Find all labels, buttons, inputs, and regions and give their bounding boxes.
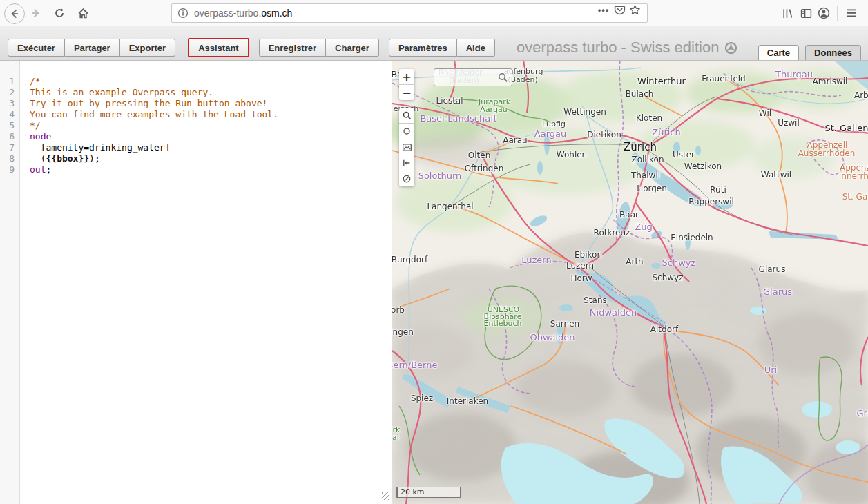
line-number: 4	[0, 109, 19, 120]
page-info-icon[interactable]	[177, 8, 189, 19]
map-label: Wetzikon	[684, 162, 722, 171]
map-scale-bar: 20 km	[396, 487, 461, 498]
code-line[interactable]: node	[30, 131, 392, 142]
map-label: Kloten	[636, 113, 662, 123]
map-label: Thurgau	[775, 69, 813, 79]
map-label: Zug	[635, 222, 652, 232]
map-label: Thalwil	[631, 171, 660, 180]
editor-gutter: 123456789	[0, 61, 20, 504]
code-line[interactable]: This is an example Overpass query.	[30, 87, 392, 98]
map-label: Olten	[468, 151, 490, 160]
locate-circle-icon	[402, 126, 412, 136]
line-number: 3	[0, 98, 19, 109]
back-button[interactable]	[4, 3, 25, 24]
code-line[interactable]: Try it out by pressing the Run button ab…	[30, 98, 392, 109]
code-line[interactable]: out;	[30, 164, 392, 175]
line-number: 9	[0, 164, 19, 175]
map-label: Glarus	[763, 287, 792, 297]
home-button[interactable]	[73, 3, 93, 23]
map-label: Altdorf	[650, 324, 678, 334]
map-label: Luzern	[521, 255, 551, 265]
run-button[interactable]: Exécuter	[8, 39, 65, 57]
map-label: Horgen	[637, 184, 667, 193]
zoom-out-button[interactable]: −	[399, 85, 414, 100]
map-label: Winterthur	[637, 76, 686, 86]
map-search-input[interactable]	[434, 68, 512, 86]
library-icon[interactable]	[780, 6, 795, 21]
map-label: Aargau	[534, 128, 566, 139]
image-export-button[interactable]	[399, 139, 414, 155]
map-label: Innerrho	[839, 171, 868, 181]
map-label: Oftringen	[465, 164, 504, 173]
line-number: 6	[0, 131, 19, 142]
map-tools	[399, 108, 414, 186]
map-label: Dietikon	[587, 130, 621, 139]
map-label: Luzern	[566, 261, 594, 271]
map-canvas[interactable]: BaseinachLiestalBasel-LandschaftJurapark…	[392, 61, 868, 504]
helm-icon	[724, 41, 737, 55]
map-label: Aargau	[480, 105, 507, 114]
save-button[interactable]: Enregistrer	[259, 39, 326, 57]
map-label: Lupfig	[542, 119, 566, 128]
map-label: orb	[392, 305, 405, 315]
editor-lines[interactable]: /*This is an example Overpass query.Try …	[21, 61, 392, 175]
menu-hamburger-icon[interactable]	[844, 6, 859, 21]
code-line[interactable]: /*	[30, 76, 392, 87]
forward-button[interactable]	[26, 3, 46, 23]
account-icon[interactable]	[816, 6, 831, 21]
map-label: Arth	[626, 257, 643, 266]
map-label: Wattwil	[761, 170, 791, 180]
map-label: al	[392, 433, 399, 442]
home-icon	[77, 8, 89, 19]
disable-button[interactable]	[399, 171, 414, 186]
map-label: Uri	[764, 365, 777, 375]
map-label: Bülach	[626, 89, 654, 99]
map-label: Bern/Berne	[392, 360, 437, 370]
map-label: Spiez	[411, 394, 433, 403]
sidebars-icon[interactable]	[798, 6, 813, 21]
map-label: Schwyz	[652, 273, 683, 282]
back-arrow-icon	[9, 8, 20, 19]
wizard-button[interactable]: Assistant	[188, 38, 249, 57]
map-label: Rüti	[710, 185, 726, 195]
pocket-icon[interactable]	[613, 4, 626, 15]
url-bar[interactable]: overpass-turbo.osm.ch	[171, 3, 648, 23]
code-line[interactable]: [amenity=drinking_water]	[30, 142, 392, 153]
code-line[interactable]: */	[30, 120, 392, 131]
slashed-circle-icon	[402, 174, 412, 184]
map-label: Schwyz	[662, 258, 696, 268]
reload-button[interactable]	[50, 3, 69, 23]
search-tool-button[interactable]	[399, 108, 414, 124]
search-icon[interactable]	[497, 72, 509, 84]
tab-map[interactable]: Carte	[758, 45, 799, 60]
toolbar-separator	[837, 6, 838, 21]
map-label: Burgdorf	[392, 255, 427, 264]
map-label: Rapperswil	[688, 197, 734, 206]
query-editor[interactable]: 123456789 /*This is an example Overpass …	[0, 61, 392, 504]
map-label: Interlaken	[447, 396, 488, 406]
forward-arrow-icon	[30, 8, 41, 19]
locate-button[interactable]	[399, 124, 414, 139]
tab-data[interactable]: Données	[805, 45, 861, 60]
zoom-in-button[interactable]: +	[399, 69, 414, 85]
collapse-panel-button[interactable]	[399, 155, 414, 171]
export-button[interactable]: Exporter	[120, 39, 175, 57]
map-label: Liestal	[436, 96, 463, 106]
bookmark-star-icon[interactable]	[628, 4, 641, 15]
load-button[interactable]: Charger	[326, 39, 379, 57]
code-line[interactable]: You can find more examples with the Load…	[30, 109, 392, 120]
map-label: Rotkreuz	[594, 228, 630, 238]
share-button[interactable]: Partager	[65, 39, 120, 57]
map-label: Nidwalden	[590, 307, 637, 318]
map-label: Horw	[570, 273, 592, 283]
page-actions-icon[interactable]: •••	[597, 4, 610, 15]
map-label: Solothurn	[418, 171, 462, 181]
editor-resize-grip[interactable]	[382, 492, 389, 500]
map-label: Aarau	[503, 135, 527, 145]
code-line[interactable]: ({{bbox}});	[30, 153, 392, 164]
map-label: Glarus	[759, 264, 786, 274]
help-button[interactable]: Aide	[457, 39, 495, 57]
settings-button[interactable]: Paramètres	[389, 39, 457, 57]
map-label: ingen	[392, 327, 414, 337]
map-label: Stans	[584, 295, 607, 305]
